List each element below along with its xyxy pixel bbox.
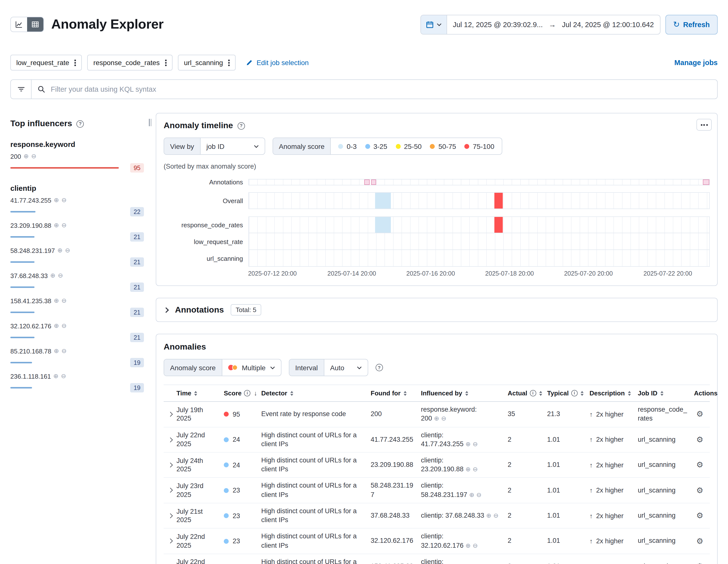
- chart-view-toggle-button[interactable]: [11, 17, 27, 32]
- add-filter-icon[interactable]: ⊕: [54, 323, 59, 329]
- annotations-expand-chevron[interactable]: [163, 307, 169, 313]
- help-icon[interactable]: ?: [238, 122, 245, 129]
- actions-gear-icon[interactable]: ⚙: [696, 410, 703, 418]
- time-cell: July 22nd2025: [176, 532, 224, 550]
- refresh-button[interactable]: ↻ Refresh: [665, 15, 718, 34]
- add-filter-icon[interactable]: ⊕: [54, 197, 59, 204]
- chevron-down-icon: [357, 366, 362, 369]
- info-icon[interactable]: i: [244, 390, 250, 396]
- start-date[interactable]: Jul 12, 2025 @ 20:39:02.9...: [447, 20, 549, 28]
- remove-filter-icon[interactable]: ⊖: [473, 542, 478, 549]
- job-badge[interactable]: url_scanning: [178, 55, 236, 71]
- column-header-found-for[interactable]: Found for: [371, 389, 421, 397]
- add-filter-icon[interactable]: ⊕: [466, 542, 471, 549]
- sort-icon: [660, 391, 663, 396]
- job-badge[interactable]: low_request_rate: [10, 55, 82, 71]
- add-filter-icon[interactable]: ⊕: [54, 223, 59, 229]
- actions-gear-icon[interactable]: ⚙: [696, 486, 703, 494]
- add-filter-icon[interactable]: ⊕: [486, 512, 491, 519]
- annotation-marker[interactable]: [364, 179, 370, 185]
- column-header-typical[interactable]: Typicali: [547, 389, 589, 397]
- remove-filter-icon[interactable]: ⊖: [61, 223, 67, 229]
- table-view-toggle-button[interactable]: [27, 17, 43, 32]
- column-header-time[interactable]: Time: [176, 389, 224, 397]
- anomaly-row: July 22nd2025 23 High distinct count of …: [164, 529, 710, 554]
- column-header-score[interactable]: Scorei↓: [224, 389, 261, 397]
- swimlane-cell[interactable]: [375, 193, 391, 209]
- severity-filter-select[interactable]: Multiple: [222, 359, 281, 376]
- column-header-description[interactable]: Description: [589, 389, 638, 397]
- calendar-icon: [426, 20, 433, 28]
- actions-gear-icon[interactable]: ⚙: [696, 537, 703, 545]
- edit-job-selection-link[interactable]: Edit job selection: [246, 59, 309, 67]
- typical-cell: 21.3: [547, 410, 589, 419]
- expand-row-chevron[interactable]: [168, 463, 172, 467]
- calendar-dropdown-button[interactable]: [421, 15, 447, 34]
- add-filter-icon[interactable]: ⊕: [23, 154, 29, 160]
- anomaly-score-legend: Anomaly score 0-3 3: [273, 138, 502, 155]
- remove-filter-icon[interactable]: ⊖: [441, 415, 446, 422]
- actions-gear-icon[interactable]: ⚙: [696, 512, 703, 520]
- boxes-vertical-icon: [228, 59, 230, 66]
- add-filter-icon[interactable]: ⊕: [54, 298, 59, 304]
- swimlane-cell[interactable]: [494, 193, 503, 209]
- panel-options-button[interactable]: [696, 119, 712, 131]
- column-header-detector[interactable]: Detector: [261, 389, 371, 397]
- add-filter-icon[interactable]: ⊕: [434, 415, 439, 422]
- actions-gear-icon[interactable]: ⚙: [696, 563, 703, 564]
- remove-filter-icon[interactable]: ⊖: [65, 248, 70, 254]
- swimlane-cell[interactable]: [494, 217, 503, 233]
- remove-filter-icon[interactable]: ⊖: [61, 298, 67, 304]
- remove-filter-icon[interactable]: ⊖: [473, 441, 478, 448]
- actual-cell: 35: [508, 410, 547, 419]
- add-filter-icon[interactable]: ⊕: [466, 466, 471, 473]
- view-by-select[interactable]: job ID: [201, 138, 265, 154]
- add-filter-icon[interactable]: ⊕: [57, 248, 63, 254]
- refresh-icon: ↻: [673, 20, 680, 29]
- add-filter-icon[interactable]: ⊕: [50, 273, 55, 279]
- expand-row-chevron[interactable]: [168, 488, 172, 493]
- remove-filter-icon[interactable]: ⊖: [493, 512, 499, 519]
- remove-filter-icon[interactable]: ⊖: [31, 154, 36, 160]
- influencer-item: 32.120.62.176 ⊕ ⊖ 21: [10, 322, 144, 342]
- manage-jobs-link[interactable]: Manage jobs: [674, 59, 718, 67]
- help-icon[interactable]: ?: [77, 120, 84, 127]
- expand-row-chevron[interactable]: [168, 437, 172, 442]
- top-influencers-title: Top influencers: [10, 119, 72, 129]
- annotation-marker[interactable]: [703, 179, 709, 185]
- job-badge[interactable]: response_code_rates: [87, 55, 173, 71]
- remove-filter-icon[interactable]: ⊖: [61, 348, 67, 354]
- kql-search-input[interactable]: [50, 85, 711, 94]
- column-header-job-id[interactable]: Job ID: [638, 389, 694, 397]
- actions-gear-icon[interactable]: ⚙: [696, 461, 703, 469]
- column-header-actual[interactable]: Actuali: [508, 389, 547, 397]
- add-filter-icon[interactable]: ⊕: [53, 373, 58, 380]
- remove-filter-icon[interactable]: ⊖: [61, 373, 66, 380]
- panel-resize-handle[interactable]: [149, 119, 151, 126]
- score-cell: 23: [224, 487, 261, 494]
- remove-filter-icon[interactable]: ⊖: [473, 466, 478, 473]
- info-icon[interactable]: i: [530, 390, 536, 396]
- interval-select[interactable]: Auto: [324, 359, 368, 376]
- expand-row-chevron[interactable]: [168, 513, 172, 518]
- swimlane-cell[interactable]: [375, 217, 391, 233]
- arrow-up-icon: ↑: [589, 537, 593, 545]
- add-filter-icon[interactable]: ⊕: [469, 491, 474, 498]
- remove-filter-icon[interactable]: ⊖: [61, 323, 67, 329]
- remove-filter-icon[interactable]: ⊖: [476, 491, 482, 498]
- add-filter-icon[interactable]: ⊕: [54, 348, 59, 354]
- add-filter-icon[interactable]: ⊕: [466, 441, 471, 448]
- expand-row-chevron[interactable]: [168, 539, 172, 543]
- expand-row-chevron[interactable]: [168, 412, 172, 417]
- filter-options-button[interactable]: [11, 80, 32, 99]
- view-by-control: View by job ID: [164, 138, 265, 155]
- actions-gear-icon[interactable]: ⚙: [696, 436, 703, 444]
- help-icon[interactable]: ?: [376, 364, 383, 371]
- time-cell: July 22nd2025: [176, 431, 224, 448]
- end-date[interactable]: Jul 24, 2025 @ 12:00:10.642: [556, 20, 660, 28]
- column-header-influenced-by[interactable]: Influenced by: [421, 389, 508, 397]
- annotation-marker[interactable]: [371, 179, 376, 185]
- remove-filter-icon[interactable]: ⊖: [61, 197, 67, 204]
- remove-filter-icon[interactable]: ⊖: [58, 273, 63, 279]
- info-icon[interactable]: i: [571, 390, 578, 396]
